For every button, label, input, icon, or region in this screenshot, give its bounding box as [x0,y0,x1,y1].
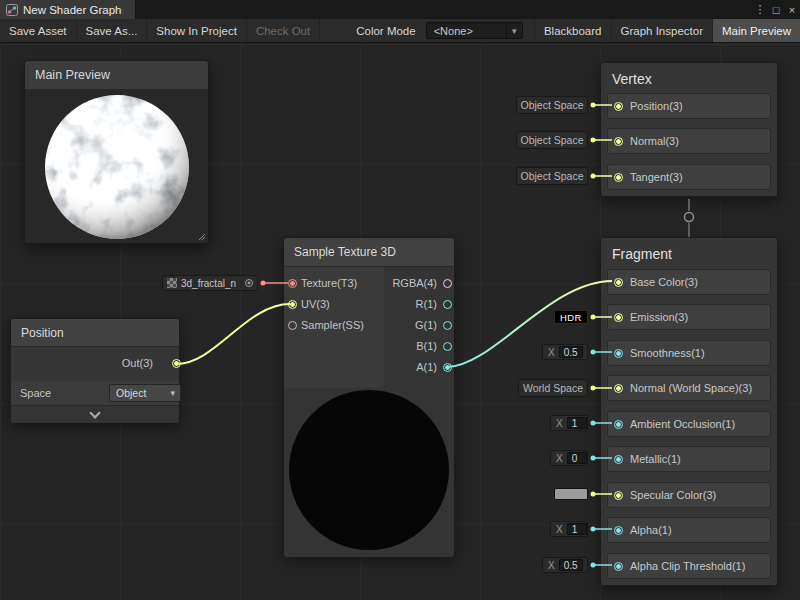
specular-color-swatch[interactable] [554,488,588,500]
smoothness-value-field[interactable]: X 0.5 [542,344,588,360]
fragment-row-metallic[interactable]: Metallic(1) [607,446,771,472]
blackboard-toggle[interactable]: Blackboard [534,19,611,42]
main-preview-toggle[interactable]: Main Preview [712,19,800,42]
main-preview-body [25,90,208,243]
resize-handle[interactable] [196,231,206,241]
port-smoothness[interactable] [614,349,623,358]
port-label: Metallic(1) [630,453,681,465]
port-uv-input[interactable] [288,300,297,309]
ambient-occlusion-value-field[interactable]: X 1 [550,415,588,431]
port-metallic[interactable] [614,455,623,464]
port-g-output[interactable] [443,321,452,330]
port-label: Specular Color(3) [630,489,716,501]
sample-node-title[interactable]: Sample Texture 3D [284,238,454,267]
fragment-row-ambient-occlusion[interactable]: Ambient Occlusion(1) [607,411,771,437]
check-out-button[interactable]: Check Out [247,19,320,42]
fragment-title: Fragment [612,246,672,262]
show-in-project-button[interactable]: Show In Project [147,19,247,42]
fragment-row-specular-color[interactable]: Specular Color(3) [607,482,771,508]
port-specular-color[interactable] [614,491,623,500]
port-out-output[interactable] [172,359,181,368]
port-label: UV(3) [301,298,330,311]
preview-sphere [25,90,208,243]
title-bar: New Shader Graph ⋮ □ × [0,0,800,19]
close-icon[interactable]: × [784,4,800,16]
alpha-value-field[interactable]: X 1 [550,521,588,537]
value-input[interactable]: 1 [567,523,587,535]
port-label: Tangent(3) [630,171,683,183]
node-title-label: Position [21,326,64,340]
port-a-output[interactable] [443,363,452,372]
save-as-button[interactable]: Save As... [77,19,148,42]
vertex-row-tangent[interactable]: Tangent(3) [607,164,771,190]
toolbar-right-group: Blackboard Graph Inspector Main Preview [534,19,800,42]
normal-space-badge-fragment[interactable]: World Space [518,379,588,397]
tangent-space-badge[interactable]: Object Space [516,167,588,185]
main-preview-panel[interactable]: Main Preview [24,60,209,244]
window-controls: ⋮ □ × [752,0,800,19]
node-fragment[interactable]: Fragment Base Color(3) Emission(3) Smoot… [600,237,778,586]
save-asset-button[interactable]: Save Asset [0,19,77,42]
kebab-menu-icon[interactable]: ⋮ [752,3,768,16]
fragment-row-normal-world[interactable]: Normal (World Space)(3) [607,375,771,401]
port-r-output[interactable] [443,300,452,309]
main-preview-title: Main Preview [35,68,110,82]
x-label: X [554,453,563,464]
main-preview-header[interactable]: Main Preview [25,61,208,90]
vertex-row-position[interactable]: Position(3) [607,93,771,119]
metallic-value-field[interactable]: X 0 [550,450,588,466]
port-alpha-clip-threshold[interactable] [614,562,623,571]
alpha-clip-value-field[interactable]: X 0.5 [542,557,588,573]
port-label: R(1) [416,298,437,311]
normal-space-badge[interactable]: Object Space [516,131,588,149]
space-dropdown[interactable]: Object ▾ [109,384,181,402]
position-out-row [11,347,179,381]
graph-inspector-toggle[interactable]: Graph Inspector [611,19,712,42]
value-input[interactable]: 0.5 [559,559,583,571]
texture-object-field[interactable]: 3d_fractal_n [162,275,258,291]
value-input[interactable]: 1 [567,417,587,429]
window-tab[interactable]: New Shader Graph [0,0,135,19]
object-picker-icon[interactable] [245,279,253,287]
port-base-color[interactable] [614,278,623,287]
fragment-row-base-color[interactable]: Base Color(3) [607,269,771,295]
shader-graph-icon [6,4,18,16]
tab-title: New Shader Graph [23,4,121,16]
port-label: Alpha(1) [630,524,672,536]
port-label: Out(3) [122,357,153,370]
color-mode-value: <None> [434,25,473,37]
position-node-title[interactable]: Position [11,319,179,347]
port-label: Position(3) [630,100,683,112]
color-mode-dropdown[interactable]: <None> ▾ [426,22,523,39]
port-sampler-input[interactable] [288,321,297,330]
port-normal[interactable] [614,137,623,146]
fragment-row-alpha-clip[interactable]: Alpha Clip Threshold(1) [607,553,771,579]
fragment-row-alpha[interactable]: Alpha(1) [607,517,771,543]
maximize-icon[interactable]: □ [768,4,784,16]
fragment-row-emission[interactable]: Emission(3) [607,304,771,330]
port-texture-input[interactable] [288,279,297,288]
x-label: X [546,347,555,358]
port-normal-world[interactable] [614,384,623,393]
dropdown-arrow-icon: ▾ [170,388,175,398]
node-sample-texture-3d[interactable]: Sample Texture 3D Texture(T3) UV(3) Samp… [283,237,455,556]
value-input[interactable]: 0.5 [559,346,583,358]
emission-hdr-color-field[interactable]: HDR [554,310,588,324]
port-rgba-output[interactable] [443,279,452,288]
node-position[interactable]: Position Out(3) Space Object ▾ [10,318,180,422]
dropdown-arrow-icon: ▾ [506,23,522,38]
fragment-row-smoothness[interactable]: Smoothness(1) [607,340,771,366]
vertex-row-normal[interactable]: Normal(3) [607,128,771,154]
collapse-row[interactable] [11,405,179,423]
port-tangent[interactable] [614,173,623,182]
node-vertex[interactable]: Vertex Position(3) Normal(3) Tangent(3) [600,62,778,197]
port-emission[interactable] [614,313,623,322]
x-label: X [554,418,563,429]
port-label: Alpha Clip Threshold(1) [630,560,745,572]
port-ambient-occlusion[interactable] [614,420,623,429]
port-b-output[interactable] [443,342,452,351]
port-alpha[interactable] [614,526,623,535]
value-input[interactable]: 0 [567,452,587,464]
port-position[interactable] [614,102,623,111]
position-space-badge[interactable]: Object Space [516,96,588,114]
